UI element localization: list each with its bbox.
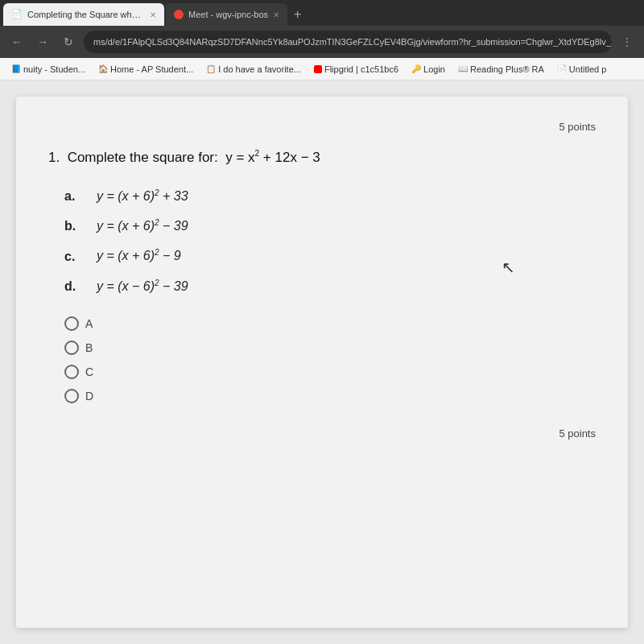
radio-label-c: C [85,365,93,378]
bookmarks-bar: 📘 nuity - Studen... 🏠 Home - AP Student.… [0,58,644,80]
tab2-close[interactable]: ✕ [273,10,279,19]
question-text: 1. Complete the square for: y = x2 + 12x… [48,149,596,166]
bookmark-flipgrid-icon [314,65,322,73]
extensions-button[interactable]: ⋮ [617,31,638,52]
radio-label-d: D [85,390,93,402]
answer-row-b: b. y = (x + 6)2 − 39 [64,218,596,233]
bookmark-reading-icon: 📖 [458,64,468,73]
new-tab-button[interactable]: + [289,7,306,22]
question-equation: y = x2 + 12x − 3 [225,150,320,165]
tab1-icon: 📄 [11,9,23,20]
radio-circle-d[interactable] [64,389,79,403]
points-bottom: 5 points [48,427,596,440]
question-prompt: Complete the square for: [68,150,218,165]
radio-circle-c[interactable] [64,365,79,379]
question-number: 1. [48,150,60,165]
radio-row-d[interactable]: D [64,389,596,403]
answer-letter-b: b. [64,219,97,233]
answer-letter-a: a. [64,189,97,204]
bookmark-reading[interactable]: 📖 Reading Plus® RA [453,63,549,76]
radio-circle-b[interactable] [64,341,79,355]
answer-letter-c: c. [64,250,97,264]
bookmark-favorite[interactable]: 📋 I do have a favorite... [201,63,306,76]
bookmark-flipgrid[interactable]: Flipgrid | c1c51bc6 [309,63,403,76]
answer-options: a. y = (x + 6)2 + 33 b. y = (x + 6)2 − 3… [64,188,596,294]
radio-label-a: A [85,317,93,330]
address-bar-row: ← → ↻ ms/d/e/1FAlpQLSd3Q84NARqzSD7DFANnc… [0,26,644,58]
refresh-button[interactable]: ↻ [58,31,79,52]
answer-row-d: d. y = (x − 6)2 − 39 [64,279,596,294]
radio-row-b[interactable]: B [64,341,596,355]
forward-button[interactable]: → [32,31,53,52]
tab2-icon [174,10,184,19]
radio-row-a[interactable]: A [64,316,596,331]
tab2-label: Meet - wgv-ipnc-bos [188,10,268,19]
tab1-label: Completing the Square when a= [27,10,145,19]
radio-options: A B C D [64,316,596,403]
answer-formula-a: y = (x + 6)2 + 33 [97,188,188,204]
tab-bar: 📄 Completing the Square when a= ✕ Meet -… [0,0,644,26]
radio-circle-a[interactable] [64,316,79,331]
answer-formula-c: y = (x + 6)2 − 9 [97,248,181,263]
radio-label-b: B [85,341,93,354]
back-button[interactable]: ← [6,31,27,52]
bookmark-untitled-icon: 📄 [557,64,567,73]
bookmark-favorite-icon: 📋 [206,64,216,73]
address-bar[interactable]: ms/d/e/1FAlpQLSd3Q84NARqzSD7DFANnc5Yk8au… [84,31,612,53]
answer-row-a: a. y = (x + 6)2 + 33 [64,188,596,204]
form-page: 5 points 1. Complete the square for: y =… [16,97,628,628]
browser-chrome: 📄 Completing the Square when a= ✕ Meet -… [0,0,644,58]
radio-row-c[interactable]: C [64,365,596,379]
bookmark-home[interactable]: 🏠 Home - AP Student... [93,63,198,76]
points-top: 5 points [48,121,596,133]
answer-formula-b: y = (x + 6)2 − 39 [97,218,188,233]
tab-meet[interactable]: Meet - wgv-ipnc-bos ✕ [166,3,287,26]
bookmark-untitled[interactable]: 📄 Untitled p [552,63,611,76]
tab1-close[interactable]: ✕ [150,10,156,19]
answer-letter-d: d. [64,279,97,294]
bookmark-login[interactable]: 🔑 Login [407,63,450,76]
browser-content: 5 points 1. Complete the square for: y =… [0,80,644,644]
tab-completing-square[interactable]: 📄 Completing the Square when a= ✕ [3,3,164,26]
bookmark-nuity[interactable]: 📘 nuity - Studen... [6,63,90,76]
bookmark-nuity-icon: 📘 [11,64,21,73]
bookmark-login-icon: 🔑 [411,64,421,73]
answer-formula-d: y = (x − 6)2 − 39 [97,279,188,294]
answer-row-c: c. y = (x + 6)2 − 9 [64,248,596,263]
bookmark-home-icon: 🏠 [98,64,108,73]
